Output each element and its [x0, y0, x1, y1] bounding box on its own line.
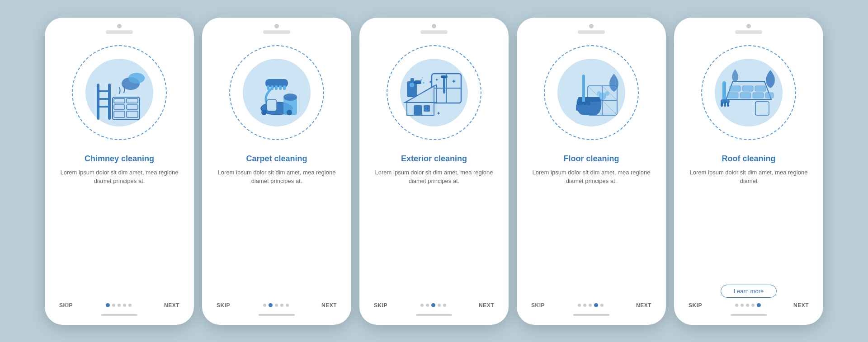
phone-notch: [263, 30, 290, 34]
carpet-skip[interactable]: SKIP: [217, 302, 230, 309]
phone-camera: [274, 24, 279, 28]
exterior-icon: ✦ ✦ ✦ ✦: [398, 56, 470, 129]
exterior-desc: Lorem ipsum dolor sit dim amet, mea regi…: [370, 168, 498, 295]
carpet-icon: [241, 56, 313, 129]
svg-rect-21: [279, 85, 282, 90]
svg-rect-18: [267, 85, 269, 90]
roof-footer: SKIP NEXT: [685, 302, 812, 309]
svg-rect-71: [753, 93, 764, 98]
exterior-dots: [420, 303, 446, 307]
floor-icon: [555, 56, 627, 129]
roof-desc: Lorem ipsum dolor sit dim amet, mea regi…: [685, 168, 812, 277]
dot-1: [420, 304, 424, 307]
dot-3: [589, 304, 592, 307]
phone-exterior: ✦ ✦ ✦ ✦: [359, 18, 509, 325]
phone-notch: [578, 30, 605, 34]
svg-rect-43: [414, 80, 421, 84]
phone-notch: [735, 30, 762, 34]
phone-camera: [432, 24, 436, 28]
floor-illustration: [537, 38, 646, 147]
svg-text:✦: ✦: [429, 80, 432, 84]
chimney-illustration: [65, 38, 174, 147]
floor-next[interactable]: NEXT: [636, 302, 651, 309]
phone-roof: Roof cleaning Lorem ipsum dolor sit dim …: [674, 18, 823, 325]
svg-rect-38: [424, 105, 430, 112]
exterior-illustration: ✦ ✦ ✦ ✦: [380, 38, 488, 147]
svg-rect-3: [97, 98, 111, 100]
chimney-icon: [83, 56, 156, 129]
svg-point-26: [261, 110, 267, 115]
svg-rect-34: [441, 75, 448, 78]
svg-rect-19: [271, 85, 274, 90]
svg-rect-72: [765, 93, 774, 98]
svg-point-47: [422, 77, 424, 78]
exterior-footer: SKIP NEXT: [370, 302, 498, 309]
phone-chimney: Chimney cleaning Lorem ipsum dolor sit d…: [45, 18, 194, 325]
dot-2: [583, 304, 586, 307]
dot-5: [128, 304, 132, 307]
carpet-next[interactable]: NEXT: [321, 302, 337, 309]
roof-skip[interactable]: SKIP: [689, 302, 702, 309]
phone-camera: [117, 24, 122, 28]
svg-rect-78: [727, 102, 729, 107]
phone-floor: Floor cleaning Lorem ipsum dolor sit dim…: [517, 18, 666, 325]
dot-1: [106, 303, 110, 307]
svg-rect-5: [113, 97, 140, 120]
dot-3: [275, 304, 278, 307]
bottom-bar: [101, 314, 137, 316]
svg-point-45: [420, 79, 422, 81]
carpet-desc: Lorem ipsum dolor sit dim amet, mea regi…: [213, 168, 340, 295]
svg-rect-70: [740, 93, 751, 98]
chimney-dots: [106, 303, 132, 307]
svg-point-27: [287, 110, 292, 115]
exterior-next[interactable]: NEXT: [479, 302, 494, 309]
chimney-skip[interactable]: SKIP: [59, 302, 73, 309]
phone-camera: [746, 24, 751, 28]
dot-3: [431, 303, 435, 307]
dot-1: [735, 304, 738, 307]
chimney-next[interactable]: NEXT: [164, 302, 179, 309]
roof-next[interactable]: NEXT: [793, 302, 809, 309]
dot-2: [112, 304, 115, 307]
carpet-illustration: [222, 38, 331, 147]
phone-carpet: Carpet cleaning Lorem ipsum dolor sit di…: [202, 18, 351, 325]
dot-3: [118, 304, 121, 307]
svg-rect-0: [97, 84, 99, 120]
floor-dots: [578, 303, 604, 307]
svg-rect-58: [576, 104, 578, 111]
svg-rect-69: [727, 93, 738, 98]
dot-4: [594, 303, 598, 307]
phone-camera: [589, 24, 594, 28]
roof-icon: [712, 56, 785, 129]
svg-point-64: [597, 91, 601, 96]
roof-dots: [735, 303, 761, 307]
svg-rect-1: [108, 84, 111, 120]
phone-notch: [420, 30, 448, 34]
dot-2: [741, 304, 744, 307]
roof-illustration: [694, 38, 803, 147]
svg-rect-37: [414, 105, 422, 115]
svg-rect-61: [585, 104, 588, 111]
bottom-bar: [731, 314, 767, 316]
svg-rect-73: [755, 102, 769, 115]
svg-text:✦: ✦: [451, 78, 457, 85]
dot-2: [426, 304, 429, 307]
dot-5: [286, 304, 289, 307]
learn-more-button[interactable]: Learn more: [721, 285, 777, 298]
exterior-skip[interactable]: SKIP: [374, 302, 387, 309]
svg-text:✦: ✦: [436, 110, 441, 117]
svg-rect-20: [275, 85, 278, 90]
phones-container: Chimney cleaning Lorem ipsum dolor sit d…: [27, 4, 841, 338]
svg-rect-22: [283, 85, 286, 90]
bottom-bar: [416, 314, 452, 316]
svg-text:✦: ✦: [435, 77, 439, 82]
svg-rect-56: [582, 75, 585, 104]
chimney-desc: Lorem ipsum dolor sit dim amet, mea regi…: [56, 168, 183, 295]
svg-point-24: [283, 94, 297, 101]
chimney-title: Chimney cleaning: [85, 154, 154, 164]
floor-skip[interactable]: SKIP: [531, 302, 545, 309]
dot-4: [123, 304, 126, 307]
carpet-footer: SKIP NEXT: [213, 302, 340, 309]
svg-point-63: [605, 91, 609, 96]
dot-4: [280, 304, 283, 307]
